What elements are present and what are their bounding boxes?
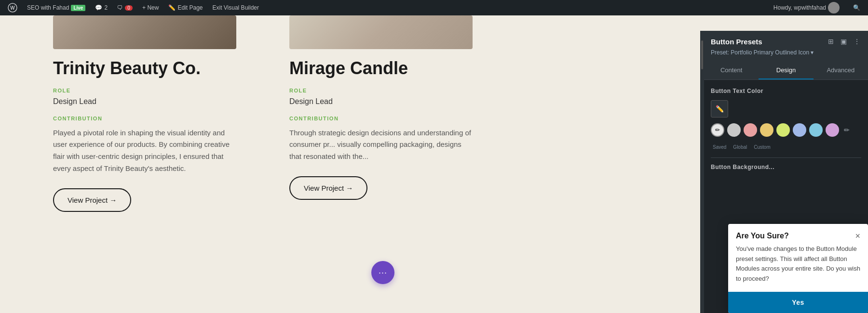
confirm-yes-button[interactable]: Yes <box>728 292 868 313</box>
confirm-dialog: Are You Sure? × You've made changes to t… <box>728 224 868 313</box>
confirm-dialog-body: You've made changes to the Button Module… <box>728 244 868 292</box>
edit-page-label: Edit Page <box>177 4 203 11</box>
color-swatch-gray[interactable] <box>727 123 741 137</box>
swatch-labels: Saved Global Custom <box>711 144 861 150</box>
portfolio-card-2: Mirage Candle ROLE Design Lead CONTRIBUT… <box>280 15 482 200</box>
label-global: Global <box>733 144 747 150</box>
wp-logo-item[interactable]: W <box>4 0 21 15</box>
card-role-label-1: ROLE <box>53 88 236 93</box>
avatar <box>828 2 840 13</box>
color-swatch-purple[interactable] <box>826 123 839 137</box>
color-swatch-edit[interactable]: ✏ <box>711 123 724 137</box>
color-swatch-row: ✏ ✏ <box>711 123 861 137</box>
admin-bar-right: Howdy, wpwithfahad 🔍 <box>770 0 864 15</box>
admin-bar-left: W SEO with Fahad Live 💬 2 🗨 0 + New ✏️ E… <box>4 0 770 15</box>
fab-dots-icon: ··· <box>379 268 387 278</box>
view-project-button-2[interactable]: View Project → <box>289 176 367 200</box>
new-label: + New <box>142 4 159 11</box>
admin-bar: W SEO with Fahad Live 💬 2 🗨 0 + New ✏️ E… <box>0 0 868 15</box>
tab-advanced[interactable]: Advanced <box>814 62 868 79</box>
comment-zero-item[interactable]: 🗨 0 <box>113 0 136 15</box>
search-icon: 🔍 <box>853 4 860 11</box>
svg-text:W: W <box>10 5 15 11</box>
exit-builder-label: Exit Visual Builder <box>212 4 259 11</box>
panel-scrollbar <box>700 31 704 313</box>
color-swatch-yellow[interactable] <box>760 123 773 137</box>
tab-content[interactable]: Content <box>704 62 759 79</box>
swatch-pencil-icon[interactable]: ✏ <box>844 126 850 134</box>
search-button[interactable]: 🔍 <box>849 0 864 15</box>
view-project-button-1[interactable]: View Project → <box>53 188 131 212</box>
panel-header: Button Presets ⊞ ▣ ⋮ <box>704 31 868 46</box>
card-role-label-2: ROLE <box>289 88 473 93</box>
exit-builder-button[interactable]: Exit Visual Builder <box>208 0 263 15</box>
main-content: Trinity Beauty Co. ROLE Design Lead CONT… <box>0 15 868 313</box>
card-contribution-text-2: Through strategic design decisions and u… <box>289 127 473 163</box>
comment-zero-icon: 🗨 <box>117 4 123 11</box>
expand-icon[interactable]: ⊞ <box>827 37 835 46</box>
card-role-value-2: Design Lead <box>289 97 473 106</box>
panel-preset-row: Preset: Portfolio Primary Outlined Icon … <box>704 46 868 61</box>
section-divider <box>711 157 861 158</box>
portfolio-card-1: Trinity Beauty Co. ROLE Design Lead CONT… <box>39 15 251 212</box>
color-section-title: Button Text Color <box>711 88 861 94</box>
panel-scroll-thumb <box>701 40 703 69</box>
color-picker-preview[interactable]: ✏️ <box>711 100 728 117</box>
comment-count: 2 <box>104 4 108 11</box>
live-badge: Live <box>71 5 85 11</box>
site-name-item[interactable]: SEO with Fahad Live <box>23 0 89 15</box>
pencil-small-icon: ✏ <box>715 127 720 133</box>
card-role-value-1: Design Lead <box>53 97 236 106</box>
panel-header-icons: ⊞ ▣ ⋮ <box>827 37 861 46</box>
comment-zero-badge: 0 <box>125 5 133 11</box>
color-swatch-blue[interactable] <box>793 123 806 137</box>
howdy-text: Howdy, wpwithfahad <box>773 4 826 11</box>
confirm-dialog-close-button[interactable]: × <box>855 232 860 240</box>
label-saved: Saved <box>713 144 726 150</box>
label-custom: Custom <box>754 144 770 150</box>
color-swatch-pink[interactable] <box>744 123 757 137</box>
comments-item[interactable]: 💬 2 <box>91 0 111 15</box>
panel-title: Button Presets <box>711 38 762 46</box>
button-presets-panel: Button Presets ⊞ ▣ ⋮ Preset: Portfolio P… <box>704 31 868 313</box>
preset-label[interactable]: Preset: Portfolio Primary Outlined Icon … <box>711 49 814 56</box>
card-contribution-label-2: CONTRIBUTION <box>289 116 473 121</box>
card-image-2 <box>289 15 473 49</box>
fab-button[interactable]: ··· <box>371 261 394 284</box>
panel-tabs: Content Design Advanced <box>704 62 868 80</box>
card-image-1 <box>53 15 236 49</box>
tab-design[interactable]: Design <box>759 62 813 79</box>
button-background-label: Button Background... <box>711 164 861 170</box>
edit-page-button[interactable]: ✏️ Edit Page <box>164 0 206 15</box>
confirm-dialog-header: Are You Sure? × <box>728 224 868 244</box>
comment-icon: 💬 <box>95 4 102 11</box>
color-swatch-cyan[interactable] <box>809 123 823 137</box>
card-title-2: Mirage Candle <box>289 59 473 78</box>
new-button[interactable]: + New <box>138 0 163 15</box>
edit-icon: ✏️ <box>168 4 176 11</box>
wp-logo-icon: W <box>8 3 17 13</box>
color-swatch-lime[interactable] <box>776 123 790 137</box>
more-icon[interactable]: ⋮ <box>853 37 861 46</box>
card-contribution-text-1: Played a pivotal role in shaping the vis… <box>53 127 236 175</box>
card-contribution-label-1: CONTRIBUTION <box>53 116 236 121</box>
split-icon[interactable]: ▣ <box>840 37 848 46</box>
site-name: SEO with Fahad <box>27 4 69 11</box>
howdy-item[interactable]: Howdy, wpwithfahad <box>770 0 843 15</box>
card-title-1: Trinity Beauty Co. <box>53 59 236 78</box>
confirm-dialog-title: Are You Sure? <box>736 232 789 240</box>
pencil-icon: ✏️ <box>716 105 724 113</box>
